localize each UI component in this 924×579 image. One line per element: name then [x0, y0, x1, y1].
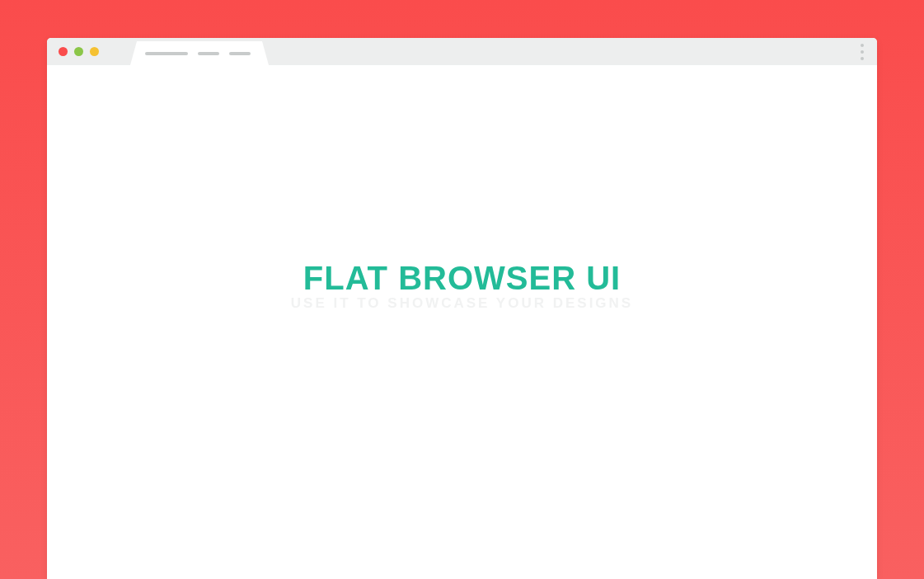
tab-text-placeholder [229, 52, 251, 55]
page-content: FLAT BROWSER UI USE IT TO SHOWCASE YOUR … [47, 65, 877, 579]
browser-chrome-bar [47, 38, 877, 65]
maximize-icon[interactable] [90, 47, 99, 56]
page-subheadline: USE IT TO SHOWCASE YOUR DESIGNS [291, 295, 633, 312]
kebab-menu-icon[interactable] [861, 44, 864, 60]
window-controls [47, 47, 99, 56]
browser-window: FLAT BROWSER UI USE IT TO SHOWCASE YOUR … [47, 38, 877, 579]
tab-title-placeholder [145, 52, 188, 55]
close-icon[interactable] [59, 47, 68, 56]
browser-tab[interactable] [130, 41, 269, 65]
tab-text-placeholder [198, 52, 219, 55]
page-headline: FLAT BROWSER UI [303, 260, 621, 297]
minimize-icon[interactable] [74, 47, 83, 56]
tab-strip [130, 38, 269, 65]
